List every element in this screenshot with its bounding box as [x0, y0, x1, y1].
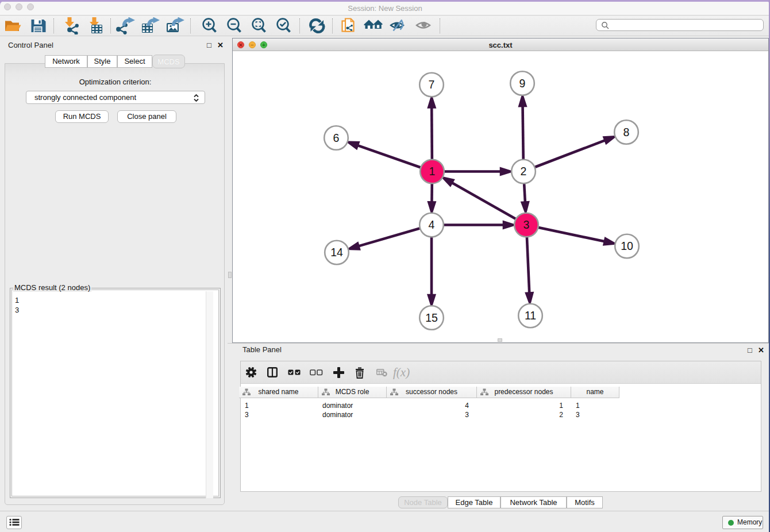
svg-text:11: 11 — [525, 309, 536, 322]
svg-text:14: 14 — [330, 246, 343, 259]
svg-text:2: 2 — [521, 165, 527, 178]
svg-text:8: 8 — [623, 126, 630, 138]
svg-text:1: 1 — [429, 165, 436, 178]
svg-text:15: 15 — [425, 311, 438, 324]
svg-text:7: 7 — [429, 78, 435, 91]
svg-text:6: 6 — [333, 132, 340, 144]
svg-text:3: 3 — [523, 218, 530, 231]
svg-text:10: 10 — [621, 240, 633, 252]
svg-text:9: 9 — [519, 77, 526, 90]
svg-text:4: 4 — [429, 218, 435, 231]
